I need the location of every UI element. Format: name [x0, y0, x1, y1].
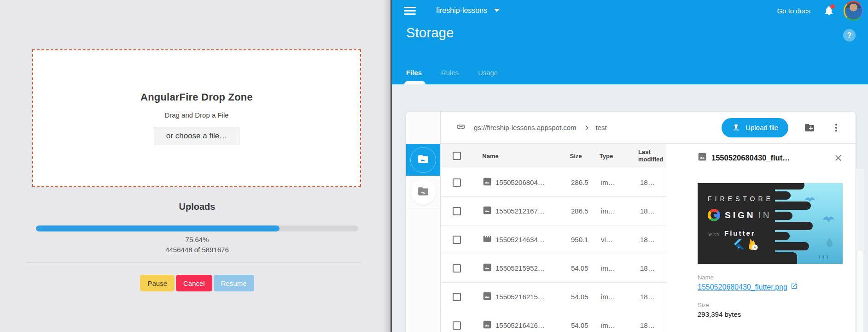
page-title: Storage — [406, 25, 454, 41]
upload-controls: Pause Cancel Resume — [36, 275, 358, 291]
go-to-docs-link[interactable]: Go to docs — [777, 7, 810, 15]
resume-button[interactable]: Resume — [214, 275, 254, 291]
tab-rules[interactable]: Rules — [441, 69, 459, 84]
bucket-rail — [406, 112, 441, 332]
row-checkbox[interactable] — [453, 236, 461, 244]
file-dropzone[interactable]: AngularFire Drop Zone Drag and Drop a Fi… — [32, 49, 361, 187]
image-file-icon — [483, 206, 492, 216]
row-checkbox[interactable] — [453, 321, 461, 330]
size-field-label: Size — [698, 302, 843, 308]
choose-file-button[interactable]: or choose a file… — [154, 127, 239, 145]
detail-file-title: 1550520680430_flut… — [711, 154, 830, 162]
angularfire-app-panel: AngularFire Drop Zone Drag and Drop a Fi… — [0, 0, 392, 332]
preview-text-with: with — [709, 232, 720, 237]
upload-icon — [732, 123, 740, 133]
image-file-icon — [483, 263, 492, 273]
row-checkbox[interactable] — [453, 293, 461, 301]
table-row[interactable]: 15505212167… 286.5 im… 18… — [441, 197, 666, 225]
menu-icon[interactable] — [404, 5, 416, 17]
folder-image-icon — [417, 153, 429, 167]
left-scrollbar-shade — [383, 0, 390, 332]
file-table: Name Size Type Last modified 15505206804… — [441, 144, 666, 332]
tab-files[interactable]: Files — [406, 69, 422, 84]
section-divider — [26, 262, 361, 263]
card-body: Name Size Type Last modified 15505206804… — [441, 144, 856, 332]
notifications-bell-icon[interactable] — [823, 5, 834, 16]
upload-bytes-label: 4456448 of 5891676 — [36, 246, 358, 254]
upload-file-button[interactable]: Upload file — [722, 118, 788, 137]
upload-progress-fill — [36, 225, 280, 231]
preview-text-sign: SIGN — [725, 210, 755, 220]
table-header-row: Name Size Type Last modified — [441, 144, 666, 168]
file-name-link[interactable]: 1550520680430_flutter.png — [698, 283, 787, 291]
column-header-name: Name — [482, 153, 570, 160]
column-header-modified: Last modified — [638, 148, 666, 163]
console-content: gs://fireship-lessons.appspot.com test U… — [392, 84, 868, 332]
notification-badge — [830, 4, 835, 9]
tab-usage[interactable]: Usage — [478, 69, 498, 84]
file-detail-panel: 1550520680430_flut… — [666, 144, 856, 332]
table-row[interactable]: 15505206804… 286.5 im… 18… — [441, 168, 666, 197]
name-field-label: Name — [698, 274, 843, 281]
upload-percent-label: 75.64% — [36, 236, 358, 243]
more-options-button[interactable] — [831, 122, 842, 133]
table-row[interactable]: 15505215952… 54.05 im… 18… — [441, 254, 666, 283]
help-icon[interactable]: ? — [843, 29, 856, 42]
uploads-heading: Uploads — [36, 202, 358, 212]
preview-text-firestore: FIRESTORE — [708, 195, 774, 202]
row-checkbox[interactable] — [453, 178, 461, 187]
avatar[interactable] — [844, 1, 863, 21]
row-checkbox[interactable] — [453, 264, 461, 273]
column-header-type: Type — [600, 153, 638, 160]
image-file-icon — [483, 177, 492, 188]
storage-main: gs://fireship-lessons.appspot.com test U… — [441, 112, 856, 332]
preview-text-in: IN — [758, 210, 771, 220]
storage-card: gs://fireship-lessons.appspot.com test U… — [406, 112, 856, 332]
preview-text-flutter: Flutter — [724, 229, 756, 237]
storage-tabs: Files Rules Usage — [406, 69, 498, 84]
rail-item-folder[interactable] — [406, 176, 440, 208]
project-selector[interactable]: fireship-lessons — [436, 6, 487, 15]
chevron-down-icon[interactable] — [494, 9, 500, 12]
image-file-icon — [698, 152, 707, 163]
video-file-icon — [483, 234, 492, 245]
table-row[interactable]: 15505216416… 54.05 im… 18… — [441, 311, 666, 332]
link-icon — [456, 122, 466, 134]
breadcrumb-folder: test — [596, 124, 607, 131]
console-topbar: fireship-lessons Go to docs — [392, 0, 868, 21]
upload-progress-bar — [36, 225, 358, 231]
upload-file-label: Upload file — [746, 124, 778, 131]
uploads-section: Uploads 75.64% 4456448 of 5891676 — [36, 202, 358, 254]
table-row[interactable]: 15505214634… 950.1 vi… 18… — [441, 225, 666, 254]
google-g-logo — [708, 209, 720, 221]
preview-badge-144: 144 — [818, 255, 830, 260]
column-header-size: Size — [570, 153, 599, 160]
scrollbar-thumb[interactable] — [856, 249, 863, 332]
bucket-toolbar: gs://fireship-lessons.appspot.com test U… — [441, 112, 856, 144]
breadcrumb-bucket[interactable]: gs://fireship-lessons.appspot.com — [474, 124, 577, 131]
dropzone-subtitle: Drag and Drop a File — [164, 111, 228, 119]
image-file-icon — [483, 320, 492, 331]
file-preview-image[interactable]: FIRESTORE SIGN IN with Flutter 144 — [698, 183, 843, 264]
table-row[interactable]: 15505216215… 54.05 im… 18… — [441, 283, 666, 311]
cancel-button[interactable]: Cancel — [176, 275, 212, 291]
folder-icon — [417, 185, 429, 199]
external-link-icon[interactable] — [791, 283, 798, 291]
pause-button[interactable]: Pause — [140, 275, 175, 291]
close-icon[interactable] — [834, 154, 843, 162]
row-checkbox[interactable] — [453, 207, 461, 215]
image-file-icon — [483, 291, 492, 302]
right-scrollbar[interactable] — [855, 169, 864, 332]
create-folder-button[interactable] — [804, 122, 815, 133]
dropzone-title: AngularFire Drop Zone — [140, 91, 253, 103]
size-field-value: 293,394 bytes — [698, 310, 843, 318]
rail-item-files-selected[interactable] — [406, 144, 440, 176]
firebase-console-panel: fireship-lessons Go to docs Storage ? Fi… — [392, 0, 868, 332]
detail-header: 1550520680430_flut… — [698, 152, 843, 163]
console-header: fireship-lessons Go to docs Storage ? Fi… — [392, 0, 868, 84]
select-all-checkbox[interactable] — [453, 152, 461, 160]
chevron-right-icon — [583, 124, 590, 131]
